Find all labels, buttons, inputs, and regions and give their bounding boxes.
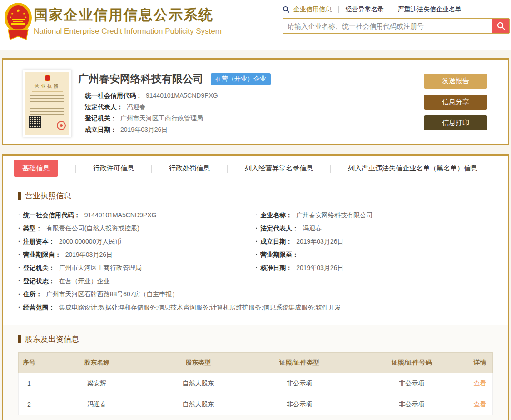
kv-address: 住所：广州市天河区石牌西路88号607房（自主申报） xyxy=(18,288,493,301)
kv-establishment-date: 成立日期：2019年03月26日 xyxy=(256,235,493,248)
col-header-shareholder-name: 股东名称 xyxy=(40,353,154,373)
kv-registration-authority: 登记机关：广州市天河区工商行政管理局 xyxy=(18,261,256,275)
search-bar xyxy=(283,18,510,34)
company-field-registration-authority: 登记机关：广州市天河区工商行政管理局 xyxy=(85,113,271,124)
share-info-button[interactable]: 信息分享 xyxy=(424,95,487,110)
status-badge: 在营（开业）企业 xyxy=(211,73,271,85)
license-red-seal-icon xyxy=(57,121,66,130)
section-title-license-info: 营业执照信息 xyxy=(18,190,493,201)
cell-cert-number: 非公示项 xyxy=(356,373,467,394)
cell-cert-type: 非公示项 xyxy=(243,373,356,394)
license-emblem-icon xyxy=(45,75,50,81)
svg-text:★: ★ xyxy=(23,12,25,15)
col-header-detail: 详情 xyxy=(467,353,493,373)
card-actions: 发送报告 信息分享 信息打印 xyxy=(424,74,487,136)
business-license-image: 营业执照 xyxy=(25,72,69,135)
kv-registered-capital: 注册资本：2000.000000万人民币 xyxy=(18,235,256,248)
company-name: 广州春安网络科技有限公司 xyxy=(78,72,203,86)
tab-basic-info[interactable]: 基础信息 xyxy=(14,160,58,177)
nav-separator xyxy=(391,6,391,13)
shareholders-table: 序号 股东名称 股东类型 证照/证件类型 证照/证件号码 详情 1 梁安辉 自然… xyxy=(18,352,493,415)
tab-blacklist[interactable]: 列入严重违法失信企业名单（黑名单）信息 xyxy=(348,164,477,173)
table-header-row: 序号 股东名称 股东类型 证照/证件类型 证照/证件号码 详情 xyxy=(19,353,493,373)
kv-business-scope: 经营范围：集成电路设计;数据处理和存储服务;信息技术咨询服务;计算机房维护服务;… xyxy=(18,301,493,314)
business-license-thumbnail: 营业执照 xyxy=(23,70,72,137)
tab-separator xyxy=(227,165,228,173)
nav-link-enterprise-credit[interactable]: 企业信用信息 xyxy=(293,5,332,14)
tab-administrative-penalty[interactable]: 行政处罚信息 xyxy=(169,164,210,173)
print-info-button[interactable]: 信息打印 xyxy=(424,115,487,130)
tab-bar: 基础信息 行政许可信息 行政处罚信息 列入经营异常名录信息 列入严重违法失信企业… xyxy=(3,156,508,181)
cell-index: 2 xyxy=(19,394,40,415)
detail-card: 基础信息 行政许可信息 行政处罚信息 列入经营异常名录信息 列入严重违法失信企业… xyxy=(2,154,509,420)
kv-registration-status: 登记状态：在营（开业）企业 xyxy=(18,275,256,288)
license-thumb-divider xyxy=(32,91,62,92)
cell-index: 1 xyxy=(19,373,40,394)
section-marker xyxy=(18,192,21,200)
kv-company-name: 企业名称：广州春安网络科技有限公司 xyxy=(256,209,493,222)
kv-credit-code: 统一社会信用代码：91440101MA5CND9PXG xyxy=(18,209,256,222)
cell-cert-number: 非公示项 xyxy=(356,394,467,415)
tab-separator xyxy=(151,165,152,173)
company-field-legal-rep: 法定代表人：冯迎春 xyxy=(85,101,271,113)
tab-abnormal-operations-list[interactable]: 列入经营异常名录信息 xyxy=(245,164,313,173)
site-title: 国家企业信用信息公示系统 xyxy=(34,5,222,25)
site-subtitle: National Enterprise Credit Information P… xyxy=(34,27,222,36)
table-row: 2 冯迎春 自然人股东 非公示项 非公示项 查看 xyxy=(19,394,493,415)
view-detail-link[interactable]: 查看 xyxy=(474,400,486,408)
section-marker xyxy=(18,335,21,343)
col-header-cert-number: 证照/证件号码 xyxy=(356,353,467,373)
nav-link-abnormal-operations[interactable]: 经营异常名录 xyxy=(346,5,384,14)
col-header-cert-type: 证照/证件类型 xyxy=(243,353,356,373)
shareholders-section: 股东及出资信息 序号 股东名称 股东类型 证照/证件类型 证照/证件号码 详情 xyxy=(3,325,508,420)
col-header-index: 序号 xyxy=(19,353,40,373)
top-nav: 企业信用信息 经营异常名录 严重违法失信企业名单 xyxy=(283,5,510,15)
kv-approval-date: 核准日期：2019年03月26日 xyxy=(256,261,493,275)
cell-shareholder-name: 冯迎春 xyxy=(40,394,154,415)
kv-legal-rep: 法定代表人：冯迎春 xyxy=(256,222,493,235)
send-report-button[interactable]: 发送报告 xyxy=(424,74,487,89)
license-thumb-textlines xyxy=(30,95,64,115)
cell-shareholder-name: 梁安辉 xyxy=(40,373,154,394)
license-qr-code xyxy=(29,116,41,128)
svg-text:★: ★ xyxy=(16,8,20,13)
cell-cert-type: 非公示项 xyxy=(243,394,356,415)
business-license-info-section: 营业执照信息 统一社会信用代码：91440101MA5CND9PXG 企业名称：… xyxy=(3,181,508,325)
svg-text:★: ★ xyxy=(9,16,11,19)
tab-separator xyxy=(330,165,331,173)
tab-separator xyxy=(75,165,76,173)
search-icon xyxy=(283,6,290,13)
search-input[interactable] xyxy=(283,19,492,33)
nav-link-serious-violations[interactable]: 严重违法失信企业名单 xyxy=(398,5,461,14)
search-button-icon xyxy=(496,21,506,30)
cell-shareholder-type: 自然人股东 xyxy=(154,394,243,415)
license-thumb-title: 营业执照 xyxy=(25,83,69,90)
site-header: ★ ★ ★ ★ ★ 国家企业信用信息公示系统 National Enterpri… xyxy=(0,0,511,50)
company-summary-card: 营业执照 广州春安网络科技有限公司 在营（开业）企业 统一社会信用代码：9144… xyxy=(2,58,509,145)
svg-text:★: ★ xyxy=(11,12,13,15)
tab-administrative-licensing[interactable]: 行政许可信息 xyxy=(93,164,134,173)
kv-term-to: 营业期限至： xyxy=(256,248,493,261)
section-title-shareholders: 股东及出资信息 xyxy=(18,334,493,345)
nav-separator xyxy=(338,6,339,13)
license-info-grid: 统一社会信用代码：91440101MA5CND9PXG 企业名称：广州春安网络科… xyxy=(18,209,493,314)
cell-shareholder-type: 自然人股东 xyxy=(154,373,243,394)
kv-company-type: 类型：有限责任公司(自然人投资或控股) xyxy=(18,222,256,235)
company-field-establishment-date: 成立日期：2019年03月26日 xyxy=(85,124,271,135)
col-header-shareholder-type: 股东类型 xyxy=(154,353,243,373)
company-field-credit-code: 统一社会信用代码：91440101MA5CND9PXG xyxy=(85,90,271,101)
view-detail-link[interactable]: 查看 xyxy=(474,380,486,387)
national-emblem-icon: ★ ★ ★ ★ ★ xyxy=(4,1,33,42)
table-row: 1 梁安辉 自然人股东 非公示项 非公示项 查看 xyxy=(19,373,493,394)
svg-text:★: ★ xyxy=(25,16,27,19)
search-button[interactable] xyxy=(492,19,509,33)
national-emblem-logo: ★ ★ ★ ★ ★ xyxy=(4,1,33,44)
kv-term-from: 营业期限自：2019年03月26日 xyxy=(18,248,256,261)
